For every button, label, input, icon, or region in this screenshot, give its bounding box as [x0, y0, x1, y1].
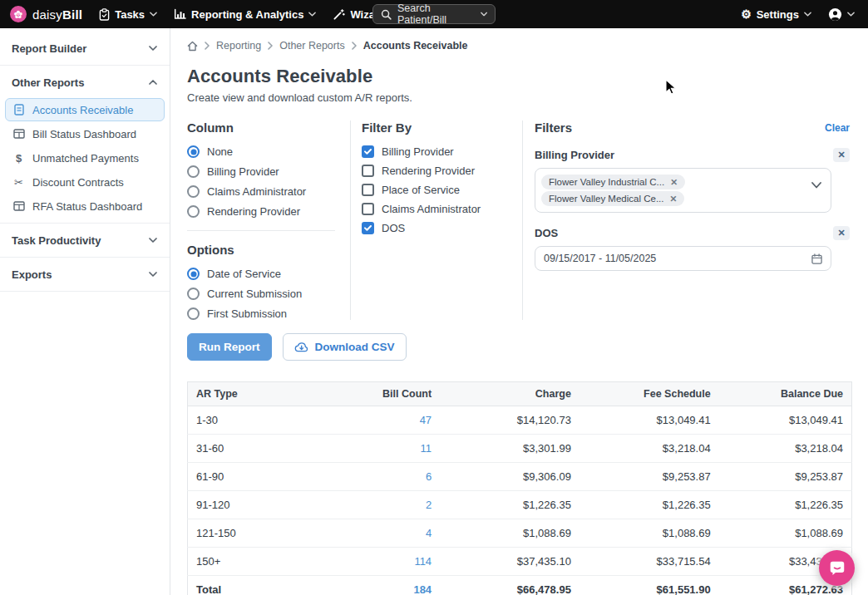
- radio-icon: [187, 307, 200, 320]
- checkbox-label: Rendering Provider: [382, 165, 475, 177]
- radio-column-rendering-provider[interactable]: Rendering Provider: [187, 205, 338, 218]
- radio-column-billing-provider[interactable]: Billing Provider: [187, 165, 338, 178]
- home-icon[interactable]: [187, 41, 198, 52]
- ar-type-cell: Total: [188, 576, 341, 595]
- breadcrumb-other-reports[interactable]: Other Reports: [279, 40, 345, 52]
- nav-settings[interactable]: ⚙ Settings: [741, 8, 811, 21]
- breadcrumb-reporting[interactable]: Reporting: [216, 40, 261, 52]
- radio-label: Current Submission: [207, 288, 302, 300]
- radio-option-first-submission[interactable]: First Submission: [187, 307, 338, 320]
- nav-tasks[interactable]: Tasks: [99, 8, 157, 21]
- table-row: 31-60 11 $3,301.99 $3,218.04 $3,218.04: [188, 435, 852, 463]
- divider: [0, 65, 170, 66]
- nav-reporting-analytics[interactable]: Reporting & Analytics: [174, 8, 316, 21]
- remove-billing-provider-filter-button[interactable]: ✕: [833, 148, 850, 162]
- divider: [0, 291, 170, 292]
- filter-by-title: Filter By: [362, 120, 522, 135]
- checkbox-icon: [362, 184, 374, 196]
- radio-option-date-of-service[interactable]: Date of Service: [187, 268, 338, 280]
- sidebar-item-unmatched-payments[interactable]: $ Unmatched Payments: [5, 146, 165, 170]
- balance-due-cell: $1,088.69: [719, 519, 852, 548]
- remove-dos-filter-button[interactable]: ✕: [833, 226, 850, 240]
- dos-date-range-input[interactable]: 09/15/2017 - 11/05/2025: [535, 246, 831, 271]
- sidebar-item-label: Unmatched Payments: [32, 152, 139, 165]
- nav-profile[interactable]: [828, 7, 855, 22]
- nav-tasks-label: Tasks: [115, 8, 145, 21]
- ar-type-cell: 121-150: [188, 519, 341, 548]
- table-row: 121-150 4 $1,088.69 $1,088.69 $1,088.69: [188, 519, 852, 548]
- bill-count-link[interactable]: 11: [421, 442, 432, 455]
- fee-schedule-cell: $33,715.54: [579, 548, 719, 576]
- ar-type-cell: 91-120: [188, 491, 341, 519]
- column-options-panel: Column None Billing Provider Claims Admi…: [187, 120, 350, 320]
- checkbox-icon: [362, 145, 374, 158]
- chevron-down-icon: [308, 12, 316, 17]
- remove-chip-icon[interactable]: ✕: [670, 177, 678, 187]
- table-total-row: Total 184 $66,478.95 $61,551.90 $61,272.…: [188, 576, 852, 595]
- checkbox-icon: [362, 203, 374, 215]
- sidebar-item-rfa-status-dashboard[interactable]: RFA Status Dashboard: [5, 194, 165, 218]
- calendar-icon: [811, 253, 822, 264]
- bill-count-link[interactable]: 2: [426, 499, 432, 511]
- col-header-balance-due: Balance Due: [719, 382, 852, 406]
- radio-label: Date of Service: [207, 268, 281, 280]
- gear-icon: ⚙: [741, 8, 752, 20]
- download-csv-button[interactable]: Download CSV: [283, 333, 407, 361]
- radio-icon: [187, 288, 200, 300]
- chevron-down-icon: [804, 12, 811, 17]
- bill-count-link[interactable]: 114: [414, 555, 432, 568]
- search-patient-bill[interactable]: Search Patient/Bill: [372, 4, 496, 24]
- sidebar-section-task-productivity[interactable]: Task Productivity: [0, 225, 170, 255]
- table-row: 1-30 47 $14,120.73 $13,049.41 $13,049.41: [188, 406, 852, 435]
- clear-filters-link[interactable]: Clear: [825, 122, 850, 134]
- main-content: Reporting Other Reports Accounts Receiva…: [170, 28, 868, 595]
- table-row: 91-120 2 $1,226.35 $1,226.35 $1,226.35: [188, 491, 852, 519]
- checkbox-claims-administrator[interactable]: Claims Administrator: [362, 203, 522, 215]
- sidebar-section-report-builder[interactable]: Report Builder: [0, 33, 170, 63]
- checkbox-billing-provider[interactable]: Billing Provider: [362, 145, 522, 158]
- bill-count-link[interactable]: 4: [426, 527, 432, 539]
- divider: [187, 230, 335, 231]
- radio-column-claims-administrator[interactable]: Claims Administrator: [187, 185, 338, 198]
- search-label: Search Patient/Bill: [397, 2, 475, 26]
- sidebar-item-bill-status-dashboard[interactable]: Bill Status Dashboard: [5, 122, 165, 145]
- table-icon: [12, 201, 25, 211]
- billing-provider-multiselect[interactable]: Flower Valley Industrial C... ✕ Flower V…: [535, 168, 831, 213]
- bill-count-link[interactable]: 184: [413, 583, 432, 595]
- sidebar-item-discount-contracts[interactable]: ✂ Discount Contracts: [5, 170, 165, 194]
- document-icon: [12, 104, 25, 116]
- sidebar-section-exports[interactable]: Exports: [0, 259, 170, 289]
- radio-label: First Submission: [207, 307, 287, 320]
- checkbox-icon: [362, 222, 374, 234]
- run-report-button[interactable]: Run Report: [187, 333, 272, 361]
- radio-column-none[interactable]: None: [187, 145, 338, 158]
- run-report-label: Run Report: [199, 341, 260, 353]
- sidebar-item-accounts-receivable[interactable]: Accounts Receivable: [5, 98, 165, 121]
- filters-title: Filters: [535, 120, 572, 135]
- remove-chip-icon[interactable]: ✕: [669, 194, 677, 204]
- charge-cell: $1,226.35: [440, 491, 579, 519]
- radio-label: Billing Provider: [207, 165, 279, 178]
- user-avatar-icon: [828, 7, 842, 22]
- bill-count-link[interactable]: 6: [426, 470, 432, 483]
- table-icon: [12, 129, 25, 139]
- checkbox-rendering-provider[interactable]: Rendering Provider: [362, 165, 522, 177]
- settings-label: Settings: [757, 8, 799, 21]
- chevron-down-icon: [149, 46, 157, 51]
- chip-label: Flower Valley Medical Ce...: [549, 194, 663, 204]
- billing-provider-filter-label: Billing Provider: [535, 149, 614, 161]
- download-csv-label: Download CSV: [315, 341, 395, 353]
- checkbox-dos[interactable]: DOS: [362, 222, 522, 234]
- table-header-row: AR Type Bill Count Charge Fee Schedule B…: [188, 382, 852, 406]
- brand-logo[interactable]: ✿ daisyBill: [10, 6, 82, 22]
- page-title: Accounts Receivable: [187, 66, 868, 87]
- radio-label: Claims Administrator: [207, 185, 306, 198]
- chat-widget-button[interactable]: [819, 550, 855, 586]
- breadcrumb-separator: [352, 42, 357, 50]
- radio-option-current-submission[interactable]: Current Submission: [187, 288, 338, 300]
- bill-count-link[interactable]: 47: [420, 414, 432, 426]
- actions-row: Run Report Download CSV: [187, 333, 868, 361]
- page-subtitle: Create view and download custom A/R repo…: [187, 91, 868, 104]
- sidebar-section-other-reports[interactable]: Other Reports: [0, 67, 170, 97]
- checkbox-place-of-service[interactable]: Place of Service: [362, 184, 522, 196]
